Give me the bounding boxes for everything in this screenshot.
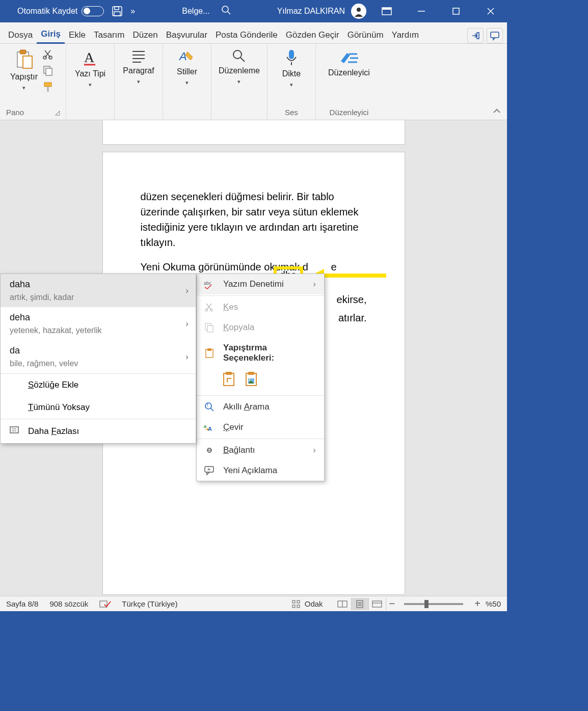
status-page[interactable]: Sayfa 8/8 — [6, 599, 38, 608]
tab-insert[interactable]: Ekle — [65, 27, 90, 43]
chevron-down-icon: ▾ — [185, 79, 189, 86]
ctx-smart-lookup[interactable]: ! Akıllı Arama — [197, 397, 324, 417]
tab-home[interactable]: Giriş — [37, 26, 65, 44]
dictate-button[interactable]: Dikte ▾ — [273, 46, 310, 91]
view-web-layout[interactable] — [369, 598, 386, 610]
paragraph-text[interactable]: düzen seçenekleri düğmesi belirir. Bir t… — [141, 189, 367, 250]
suggestion-item[interactable]: deha yetenek, hazakat, yeterlik › — [1, 307, 196, 340]
collapse-ribbon-icon[interactable] — [493, 107, 501, 116]
maximize-button[interactable] — [442, 0, 470, 22]
tab-help[interactable]: Yardım — [388, 27, 423, 43]
dictate-label: Dikte — [282, 69, 301, 78]
svg-rect-1 — [115, 7, 119, 10]
editing-group-button[interactable]: Düzenleme ▾ — [217, 46, 262, 88]
svg-text:A: A — [84, 49, 95, 65]
minimize-button[interactable] — [407, 0, 436, 22]
focus-mode[interactable]: Odak — [291, 599, 323, 609]
add-to-dictionary[interactable]: Sözlüğe Ekle — [1, 374, 196, 396]
clipboard-icon — [15, 49, 33, 69]
svg-rect-67 — [297, 605, 300, 608]
copy-icon — [204, 323, 215, 332]
svg-rect-9 — [453, 8, 459, 14]
suggestion-item[interactable]: daha artık, şimdi, kadar › — [1, 274, 196, 307]
tab-view[interactable]: Görünüm — [343, 27, 388, 43]
share-button[interactable] — [467, 28, 484, 43]
svg-rect-7 — [382, 8, 391, 10]
see-more-icon — [10, 425, 21, 437]
svg-rect-66 — [292, 605, 295, 608]
view-print-layout[interactable] — [352, 598, 369, 610]
ctx-new-comment[interactable]: Yeni Açıklama — [197, 460, 324, 481]
svg-rect-22 — [47, 87, 49, 92]
user-name[interactable]: Yılmaz DALKIRAN — [277, 7, 345, 16]
ribbon-display-options-icon[interactable] — [372, 0, 401, 22]
status-word-count[interactable]: 908 sözcük — [49, 599, 88, 608]
svg-point-30 — [233, 50, 242, 59]
translate-icon: aA — [204, 423, 215, 432]
svg-point-5 — [357, 8, 361, 12]
search-icon[interactable] — [221, 5, 231, 17]
zoom-slider[interactable] — [404, 603, 463, 605]
ctx-link[interactable]: Bağlantı › — [197, 440, 324, 460]
format-painter-icon[interactable] — [43, 81, 54, 95]
abc-check-icon: abc — [204, 280, 215, 289]
save-icon[interactable] — [110, 4, 124, 18]
close-button[interactable] — [476, 0, 505, 22]
more-commands-icon[interactable]: » — [130, 7, 136, 16]
svg-rect-15 — [20, 50, 26, 54]
status-language[interactable]: Türkçe (Türkiye) — [122, 599, 177, 608]
cut-icon[interactable] — [43, 49, 54, 61]
paste-picture-icon[interactable] — [245, 371, 260, 390]
font-group-button[interactable]: A Yazı Tipi ▾ — [71, 46, 109, 91]
comments-button[interactable] — [487, 28, 503, 43]
paste-label: Yapıştır — [10, 72, 38, 81]
zoom-level[interactable]: %50 — [486, 599, 501, 608]
suggestion-item[interactable]: da bile, rağmen, velev › — [1, 340, 196, 373]
tab-file[interactable]: Dosya — [4, 27, 37, 43]
tab-layout[interactable]: Düzen — [128, 27, 162, 43]
zoom-out-button[interactable]: − — [386, 598, 398, 610]
editor-button[interactable]: Düzenleyici — [321, 46, 377, 80]
svg-text:!: ! — [207, 403, 208, 408]
view-read-mode[interactable] — [334, 598, 352, 610]
comment-icon — [204, 466, 215, 475]
ctx-spellcheck[interactable]: abc Yazım Denetimi › — [197, 274, 324, 294]
font-label: Yazı Tipi — [75, 69, 105, 78]
ctx-translate[interactable]: aA Çevir — [197, 417, 324, 437]
search-icon — [232, 49, 246, 63]
status-spellcheck-icon[interactable] — [99, 599, 111, 609]
dialog-launcher-icon[interactable]: ◿ — [55, 109, 60, 116]
microphone-icon — [285, 49, 298, 66]
paragraph-group-button[interactable]: Paragraf ▾ — [120, 46, 157, 88]
editing-label: Düzenleme — [219, 66, 260, 75]
link-icon — [204, 447, 215, 454]
avatar[interactable] — [351, 4, 366, 19]
tab-design[interactable]: Tasarım — [90, 27, 128, 43]
svg-rect-43 — [207, 325, 213, 332]
chevron-down-icon: ▾ — [22, 85, 25, 91]
document-title[interactable]: Belge... — [182, 7, 209, 16]
paste-keep-source-icon[interactable] — [222, 371, 237, 390]
chevron-right-icon: › — [313, 279, 316, 289]
tab-references[interactable]: Başvurular — [162, 27, 211, 43]
toggle-switch[interactable] — [82, 6, 104, 16]
svg-line-31 — [240, 58, 245, 62]
autosave-toggle[interactable]: Otomatik Kaydet — [17, 6, 104, 16]
svg-point-3 — [222, 6, 228, 12]
svg-rect-45 — [207, 348, 211, 351]
paste-button[interactable]: Yapıştır ▾ — [5, 46, 43, 94]
zoom-in-button[interactable]: + — [469, 598, 486, 610]
svg-point-51 — [249, 379, 251, 381]
see-more[interactable]: Daha Fazlası — [1, 419, 196, 443]
pane-voice-label: Ses — [285, 108, 298, 117]
autosave-label: Otomatik Kaydet — [17, 7, 77, 16]
ignore-all[interactable]: Tümünü Yoksay — [1, 396, 196, 419]
tab-review[interactable]: Gözden Geçir — [282, 27, 343, 43]
chevron-down-icon: ▾ — [89, 81, 92, 88]
copy-icon[interactable] — [43, 65, 54, 77]
paragraph-label: Paragraf — [123, 66, 154, 75]
chevron-down-icon: ▾ — [290, 81, 293, 88]
styles-group-button[interactable]: A Stiller ▾ — [168, 46, 206, 89]
tab-mailings[interactable]: Posta Gönderile — [211, 27, 282, 43]
svg-line-53 — [210, 408, 213, 411]
